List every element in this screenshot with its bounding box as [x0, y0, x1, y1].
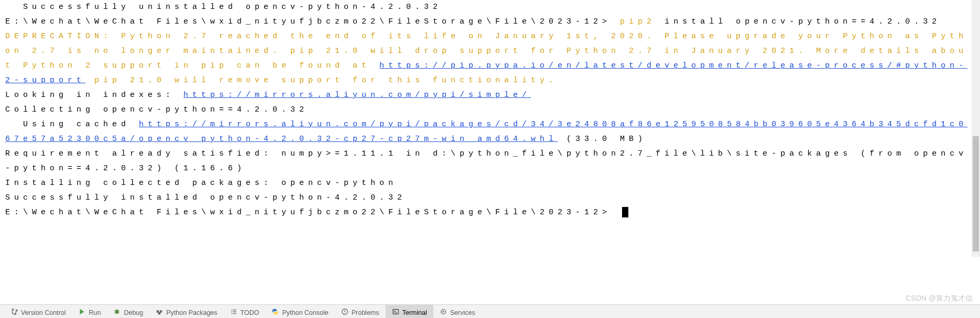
vertical-scrollbar[interactable] [972, 0, 980, 257]
packages-icon [156, 308, 163, 315]
command-name: pip2 [620, 17, 656, 26]
prompt-path: E:\Wechat\WeChat Files\wxid_nityufjbczmo… [5, 208, 620, 217]
tab-terminal[interactable]: Terminal [386, 305, 433, 318]
package-link[interactable]: https://mirrors.aliyun.com/pypi/packages… [5, 120, 967, 144]
watermark: CSDN @算力鬼才信 [906, 294, 973, 303]
warning-icon [341, 308, 349, 315]
label-text: Using cached [5, 120, 139, 129]
tab-services[interactable]: Services [433, 305, 482, 318]
installing-line: Installing collected packages: opencv-py… [5, 176, 975, 191]
cached-line: Using cached https://mirrors.aliyun.com/… [5, 117, 975, 147]
tab-label: Python Packages [166, 309, 217, 316]
svg-rect-5 [393, 309, 398, 314]
services-icon [440, 308, 447, 315]
requirement-line: Requirement already satisfied: numpy>=1.… [5, 147, 975, 176]
cursor-icon [622, 207, 628, 217]
warning-text: pip 21.0 will remove support for this fu… [85, 76, 558, 85]
collecting-line: Collecting opencv-python==4.2.0.32 [5, 103, 975, 117]
tab-debug[interactable]: Debug [107, 305, 149, 318]
output-line: Successfully uninstalled opencv-python-4… [5, 0, 975, 15]
label-text: Looking in indexes: [5, 91, 183, 100]
tab-label: TODO [241, 309, 259, 316]
command-args: install opencv-python==4.2.0.32 [656, 17, 941, 26]
tab-label: Python Console [282, 309, 328, 316]
prompt-line: E:\Wechat\WeChat Files\wxid_nityufjbczmo… [5, 15, 975, 29]
indexes-line: Looking in indexes: https://mirrors.aliy… [5, 88, 975, 103]
success-line: Successfully installed opencv-python-4.2… [5, 191, 975, 205]
tab-todo[interactable]: TODO [224, 305, 266, 318]
terminal-icon [392, 308, 399, 315]
tab-label: Debug [124, 309, 143, 316]
tab-python-console[interactable]: Python Console [265, 305, 334, 318]
tab-problems[interactable]: Problems [335, 305, 386, 318]
tab-label: Services [450, 309, 475, 316]
prompt-path: E:\Wechat\WeChat Files\wxid_nityufjbczmo… [5, 17, 620, 26]
python-icon [271, 308, 279, 315]
bottom-toolbar: Version Control Run Debug Python Package… [0, 304, 980, 318]
terminal-output[interactable]: Successfully uninstalled opencv-python-4… [0, 0, 980, 254]
bug-icon [113, 308, 121, 315]
svg-point-0 [115, 310, 119, 313]
tab-label: Run [89, 309, 101, 316]
size-text: (33.0 MB) [558, 135, 647, 144]
tab-version-control[interactable]: Version Control [4, 305, 72, 318]
prompt-line: E:\Wechat\WeChat Files\wxid_nityufjbczmo… [5, 205, 975, 220]
index-link[interactable]: https://mirrors.aliyun.com/pypi/simple/ [183, 91, 531, 100]
scrollbar-thumb[interactable] [973, 136, 979, 251]
play-icon [78, 308, 85, 315]
tab-label: Terminal [402, 309, 427, 316]
list-icon [230, 308, 237, 315]
tab-run[interactable]: Run [72, 305, 107, 318]
tab-label: Version Control [21, 309, 66, 316]
tab-label: Problems [352, 309, 379, 316]
deprecation-warning: DEPRECATION: Python 2.7 reached the end … [5, 29, 975, 88]
tab-python-packages[interactable]: Python Packages [149, 305, 223, 318]
svg-rect-3 [158, 312, 160, 314]
branch-icon [10, 308, 18, 315]
